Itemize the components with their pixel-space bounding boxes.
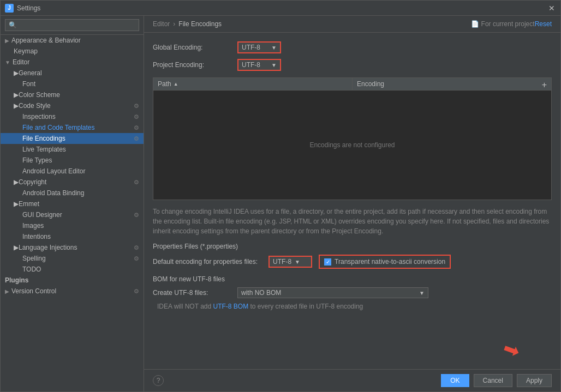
table-body: Encodings are not configured [153,91,551,200]
panel-content: Global Encoding: UTF-8 ▼ Project Encodin… [144,33,560,369]
sidebar-label: Keymap [14,47,38,55]
properties-encoding-dropdown[interactable]: UTF-8 ▼ [268,256,312,268]
transparent-conversion-row: ✓ Transparent native-to-ascii conversion [319,255,451,269]
settings-icon: ⚙ [134,255,139,262]
bom-section-label: BOM for new UTF-8 files [153,275,552,283]
sidebar-label: Language Injections [19,244,77,251]
bom-link[interactable]: UTF-8 BOM [213,303,248,310]
settings-icon: ⚙ [134,135,139,142]
create-utf8-value: with NO BOM [241,289,281,297]
sidebar-label: TODO [22,266,41,273]
properties-encoding-value: UTF-8 [273,258,291,266]
breadcrumb-current: File Encodings [178,20,222,28]
sidebar-item-code-style[interactable]: ▶ Code Style ⚙ [1,100,144,111]
sidebar-label: Emmet [19,200,39,208]
sort-icon: ▲ [174,81,178,87]
sidebar-item-plugins[interactable]: Plugins [1,275,144,286]
transparent-conversion-checkbox[interactable]: ✓ [324,258,331,266]
sidebar-item-todo[interactable]: TODO [1,264,144,275]
sidebar-item-language-injections[interactable]: ▶ Language Injections ⚙ [1,242,144,253]
sidebar-label: Color Scheme [19,91,60,99]
global-encoding-value: UTF-8 [242,44,260,51]
bottom-bar: ? OK Cancel Apply [144,369,560,391]
sidebar-label: Plugins [5,276,28,284]
ok-button[interactable]: OK [441,374,469,387]
expand-icon: ▼ [5,59,10,65]
sidebar-item-general[interactable]: ▶ General [1,68,144,79]
settings-icon: ⚙ [134,179,139,186]
sidebar-label: GUI Designer [22,211,62,219]
app-icon: J [5,4,14,13]
global-encoding-label: Global Encoding: [153,44,237,51]
dropdown-arrow-icon: ▼ [271,45,277,51]
sidebar-item-file-code-templates[interactable]: File and Code Templates ⚙ [1,122,144,133]
sidebar-item-appearance[interactable]: ▶ Appearance & Behavior [1,35,144,46]
search-box [1,16,144,35]
sidebar-item-android-data[interactable]: Android Data Binding [1,188,144,198]
default-encoding-label: Default encoding for properties files: [153,258,258,266]
project-encoding-dropdown[interactable]: UTF-8 ▼ [237,59,281,71]
sidebar-label: Android Data Binding [22,189,84,197]
sidebar-item-emmet[interactable]: ▶ Emmet [1,198,144,209]
sidebar-item-gui-designer[interactable]: GUI Designer ⚙ [1,209,144,220]
properties-section-label: Properties Files (*.properties) [153,243,552,250]
sidebar-item-spelling[interactable]: Spelling ⚙ [1,253,144,264]
sidebar: ▶ Appearance & Behavior Keymap ▼ Editor … [1,16,144,391]
bom-section: BOM for new UTF-8 files Create UTF-8 fil… [153,275,552,310]
sidebar-item-intentions[interactable]: Intentions [1,231,144,242]
settings-icon: ⚙ [134,124,139,131]
bom-row: Create UTF-8 files: with NO BOM ▼ [153,287,552,298]
sidebar-item-editor[interactable]: ▼ Editor [1,57,144,68]
sidebar-item-font[interactable]: Font [1,79,144,89]
settings-icon: ⚙ [134,288,139,295]
settings-icon: ⚙ [134,244,139,251]
dropdown-arrow-icon: ▼ [419,290,425,296]
checkmark-icon: ✓ [326,259,330,265]
expand-icon: ▶ [14,244,19,251]
global-encoding-dropdown[interactable]: UTF-8 ▼ [237,41,281,53]
transparent-conversion-label: Transparent native-to-ascii conversion [335,258,445,266]
settings-icon: ⚙ [134,212,139,219]
sidebar-label: Appearance & Behavior [11,37,81,44]
help-button[interactable]: ? [153,375,164,386]
sidebar-item-keymap[interactable]: Keymap [1,46,144,57]
close-button[interactable]: ✕ [547,4,556,13]
dropdown-arrow-icon: ▼ [271,62,277,68]
encodings-table: Path ▲ Encoding Encodings are not config… [153,77,552,200]
titlebar: J Settings ✕ [1,1,560,16]
sidebar-item-version-control[interactable]: ▶ Version Control ⚙ [1,286,144,297]
sidebar-label: File Encodings [22,135,65,142]
sidebar-item-file-types[interactable]: File Types [1,155,144,166]
sidebar-label: Android Layout Editor [22,167,85,175]
sidebar-item-color-scheme[interactable]: ▶ Color Scheme [1,89,144,100]
settings-window: J Settings ✕ ▶ Appearance & Behavior Key… [0,0,561,392]
apply-button[interactable]: Apply [517,374,552,387]
path-column-header: Path ▲ [153,78,353,90]
global-encoding-row: Global Encoding: UTF-8 ▼ [153,41,552,53]
cancel-button[interactable]: Cancel [474,374,512,387]
sidebar-label: File Types [22,156,52,164]
breadcrumb: Editor › File Encodings [153,20,464,28]
create-utf8-dropdown[interactable]: with NO BOM ▼ [237,287,428,298]
sidebar-item-file-encodings[interactable]: File Encodings ⚙ [1,133,144,144]
expand-icon: ▶ [14,178,19,186]
search-input[interactable] [5,19,139,31]
properties-row: Default encoding for properties files: U… [153,255,552,269]
description-text: To change encoding IntelliJ IDEA uses fo… [153,207,552,236]
expand-icon: ▶ [14,91,19,99]
sidebar-label: Code Style [19,102,51,110]
sidebar-label: General [19,69,42,77]
add-encoding-button[interactable]: + [539,79,550,91]
table-empty-message: Encodings are not configured [309,141,395,149]
main-panel: Editor › File Encodings 📄 For current pr… [144,16,560,391]
reset-button[interactable]: Reset [535,20,552,28]
sidebar-item-android-layout[interactable]: Android Layout Editor [1,166,144,177]
sidebar-item-live-templates[interactable]: Live Templates [1,144,144,155]
expand-icon: ▶ [5,38,9,44]
expand-icon: ▶ [14,69,19,77]
sidebar-item-inspections[interactable]: Inspections ⚙ [1,111,144,122]
sidebar-item-copyright[interactable]: ▶ Copyright ⚙ [1,177,144,188]
sidebar-item-images[interactable]: Images [1,220,144,231]
expand-icon: ▶ [14,102,19,110]
breadcrumb-parent: Editor [153,20,170,28]
